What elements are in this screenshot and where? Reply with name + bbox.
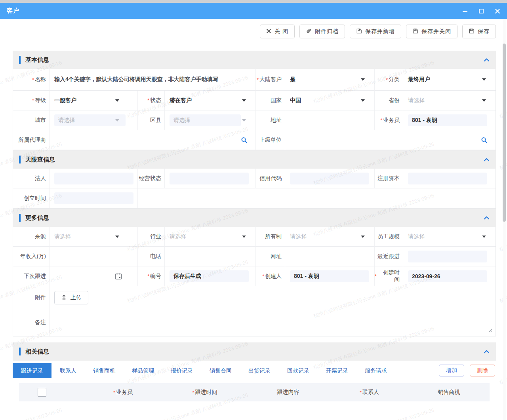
upload-button[interactable]: 上传 [54, 291, 88, 304]
address-input[interactable] [285, 110, 375, 130]
credit-code-label: 信用代码 [256, 169, 285, 188]
scrollbar-track[interactable] [503, 19, 506, 420]
section-accent-bar [19, 56, 21, 64]
watermark-text: 杭州八骏科技有限公司云one 袁朗 八骏科技 2023-09-26 [0, 411, 128, 420]
related-table-header: *业务员 *跟进时间 跟进内容 *联系人 销售商机 [19, 383, 490, 401]
level-select[interactable]: 一般客户 [50, 91, 138, 110]
industry-select[interactable]: 请选择 [165, 227, 256, 247]
maximize-button[interactable] [478, 8, 484, 14]
operating-status-label: 经营状态 [138, 169, 165, 188]
required-marker: * [386, 77, 388, 83]
parent-unit-label: 上级单位 [256, 130, 285, 150]
province-select[interactable]: 请选择 [403, 91, 496, 110]
level-label: *等级 [13, 91, 50, 110]
tab-contacts[interactable]: 联系人 [51, 363, 85, 378]
close-window-button[interactable] [495, 8, 500, 14]
next-followup-date-input[interactable] [50, 266, 138, 286]
website-input[interactable] [285, 247, 375, 266]
collapse-chevron-icon[interactable] [484, 349, 490, 354]
required-marker: * [113, 390, 115, 395]
titlebar: 客户 [0, 3, 507, 19]
save-button[interactable]: 保存 [462, 25, 496, 38]
tab-shipment-records[interactable]: 出货记录 [240, 363, 279, 378]
credit-code-input-disabled [285, 169, 375, 188]
legal-person-label: 法人 [13, 169, 50, 188]
section-spacer [13, 336, 496, 342]
salesperson-input[interactable]: 801 - 袁朗 [403, 110, 496, 130]
dropdown-arrow-icon [482, 78, 486, 81]
scrollbar-thumb[interactable] [503, 44, 506, 222]
created-time-input-disabled: 2023-09-26 [403, 266, 496, 286]
search-icon[interactable] [241, 137, 248, 143]
tab-quotation-records[interactable]: 报价记录 [162, 363, 201, 378]
tab-payment-records[interactable]: 回款记录 [279, 363, 318, 378]
collapse-chevron-icon[interactable] [484, 57, 490, 62]
ownership-select[interactable]: 请选择 [285, 227, 375, 247]
save-and-close-button[interactable]: 保存并关闭 [406, 25, 457, 38]
status-select[interactable]: 潜在客户 [165, 91, 256, 110]
address-label: 地址 [256, 110, 285, 130]
tab-sales-opportunities[interactable]: 销售商机 [85, 363, 124, 378]
province-label: 省份 [375, 91, 403, 110]
search-icon[interactable] [481, 137, 488, 143]
mainland-customer-label: *大陆客户 [256, 69, 285, 91]
dropdown-arrow-icon [242, 236, 246, 238]
parent-unit-lookup-input[interactable] [285, 130, 496, 150]
category-select[interactable]: 最终用户 [403, 69, 496, 91]
select-all-checkbox[interactable] [38, 388, 46, 397]
number-label: *编号 [138, 266, 165, 286]
phone-input[interactable] [165, 247, 256, 266]
founding-time-input-disabled [50, 188, 138, 208]
minimize-button[interactable] [462, 8, 468, 14]
agent-lookup-input[interactable] [50, 130, 256, 150]
required-marker: * [375, 273, 377, 279]
source-select[interactable]: 请选择 [50, 227, 138, 247]
collapse-chevron-icon[interactable] [484, 157, 490, 162]
required-marker: * [32, 77, 34, 83]
name-input[interactable]: 输入4个关键字，默认大陆公司将调用天眼查，非大陆客户手动填写 [50, 69, 256, 91]
tab-sample-management[interactable]: 样品管理 [124, 363, 162, 378]
required-marker: * [380, 117, 382, 123]
employee-scale-select[interactable]: 请选择 [403, 227, 496, 247]
upload-icon [61, 294, 67, 301]
required-marker: * [147, 273, 149, 279]
related-info-tabs: 跟进记录 联系人 销售商机 样品管理 报价记录 销售合同 出货记录 回款记录 开… [13, 363, 496, 378]
city-select-disabled: 请选择 [50, 110, 138, 130]
tab-invoicing-records[interactable]: 开票记录 [318, 363, 356, 378]
remarks-textarea[interactable] [50, 309, 496, 336]
window-title: 客户 [7, 7, 19, 15]
creator-label: *创建人 [256, 266, 285, 286]
dropdown-arrow-icon [242, 99, 246, 102]
attachment-archive-button[interactable]: 附件归档 [299, 25, 345, 38]
required-marker: * [257, 77, 259, 83]
recent-followup-label: 最近跟进 [375, 247, 403, 266]
district-select-disabled: 请选择 [165, 110, 256, 130]
country-select[interactable]: 中国 [285, 91, 375, 110]
employee-scale-label: 员工规模 [375, 227, 403, 247]
tab-follow-up-records[interactable]: 跟进记录 [13, 363, 51, 378]
collapse-chevron-icon[interactable] [484, 215, 490, 220]
recent-followup-input-disabled [403, 247, 496, 266]
section-accent-bar [19, 348, 21, 355]
column-follow-up-content: 跟进内容 [246, 389, 330, 396]
save-and-new-button[interactable]: 保存并新增 [350, 25, 401, 38]
section-accent-bar [19, 214, 21, 222]
tab-service-requests[interactable]: 服务请求 [356, 363, 395, 378]
mainland-customer-select[interactable]: 是 [285, 69, 375, 91]
resize-grip-icon[interactable] [487, 327, 492, 334]
city-label: 城市 [13, 110, 50, 130]
close-form-button[interactable]: 关 闭 [260, 25, 295, 38]
tab-sales-contracts[interactable]: 销售合同 [201, 363, 240, 378]
created-time-label: *创建时间 [375, 266, 403, 286]
required-marker: * [147, 97, 149, 103]
delete-button[interactable]: 删除 [470, 365, 495, 376]
calendar-icon[interactable] [114, 272, 122, 280]
paperclip-icon [306, 28, 312, 35]
column-follow-up-time: *跟进时间 [164, 389, 246, 396]
empty-cell [138, 188, 496, 208]
dropdown-arrow-icon [115, 119, 119, 122]
annual-income-input[interactable] [50, 247, 138, 266]
add-button[interactable]: 增加 [439, 365, 464, 376]
dropdown-arrow-icon [482, 236, 486, 238]
annual-income-label: 年收入(万) [13, 247, 50, 266]
